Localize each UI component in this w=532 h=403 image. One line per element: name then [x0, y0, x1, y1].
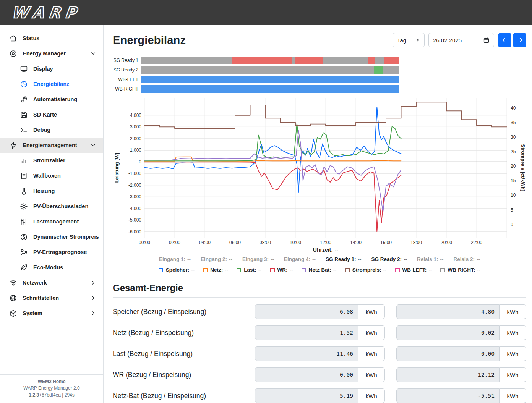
legend-swatch [270, 268, 275, 272]
sidebar-item-energy-manager[interactable]: Energy Manager [0, 46, 103, 61]
energy-total-label: Netz-Bat (Bezug / Einspeisung) [113, 392, 255, 400]
bezug-value-field[interactable]: 5,19 [255, 388, 358, 403]
display-icon [20, 65, 28, 73]
energy-total-row: Netz (Bezug / Einspeisung)1,52kWh-0,02kW… [113, 325, 526, 340]
bezug-value-field[interactable]: 0,00 [255, 367, 358, 382]
legend-item-wb-left: WB-LEFT:-- [395, 267, 432, 273]
bezug-group: 6,08kWh [255, 304, 385, 319]
einspeisung-value-field[interactable]: -4,80 [396, 304, 500, 319]
legend-swatch [203, 268, 208, 272]
svg-text:0: 0 [511, 222, 513, 227]
unit-label: kWh [358, 367, 385, 382]
sidebar-item-dynamischer-strompreis[interactable]: Dynamischer Strompreis [0, 229, 103, 244]
legend-swatch [395, 268, 400, 272]
sidebar-item-schnittstellen[interactable]: Schnittstellen [0, 290, 103, 306]
sidebar-item-label: Lastmanagement [33, 218, 79, 225]
sliders-icon [20, 218, 28, 226]
svg-text:2.000: 2.000 [130, 136, 141, 141]
svg-text:10:00: 10:00 [290, 240, 301, 245]
status-track-row: WB-RIGHT [113, 85, 526, 93]
energy-total-row: Speicher (Bezug / Einspeisung)6,08kWh-4,… [113, 304, 526, 319]
svg-text:3.000: 3.000 [130, 124, 141, 129]
chevron-right-icon [90, 295, 96, 301]
sidebar-item-label: Heizung [33, 188, 55, 194]
save-icon [20, 111, 28, 119]
range-select[interactable]: Tag [393, 33, 425, 47]
legend-item-speicher: Speicher:-- [159, 267, 195, 273]
sidebar-item-automatisierung[interactable]: Automatisierung [0, 92, 103, 107]
status-track-label: SG Ready 2 [113, 67, 141, 73]
arrow-left-icon [501, 37, 508, 44]
status-segment [141, 76, 399, 83]
sidebar-item-label: Automatisierung [33, 96, 77, 102]
sidebar-item-netzwerk[interactable]: Netzwerk [0, 275, 103, 290]
series-last [144, 123, 401, 161]
svg-text:02:00: 02:00 [169, 240, 180, 245]
legend-value: -- [358, 256, 362, 262]
energy-total-row: Last (Bezug / Einspeisung)11,46kWh0,00kW… [113, 346, 526, 361]
status-segment [295, 57, 323, 64]
svg-text:35: 35 [511, 120, 516, 125]
legend-value: -- [271, 256, 274, 262]
sidebar-item-eco-modus[interactable]: Eco-Modus [0, 260, 103, 275]
svg-text:04:00: 04:00 [199, 240, 211, 245]
legend-value: -- [383, 267, 387, 273]
legend-swatch [440, 268, 445, 272]
legend-value: -- [404, 256, 407, 262]
sidebar-item-energiemanagement[interactable]: Energiemanagement [0, 138, 103, 153]
einspeisung-group: -0,02kWh [396, 325, 526, 340]
sidebar-item-lastmanagement[interactable]: Lastmanagement [0, 214, 103, 229]
svg-text:4.000: 4.000 [130, 113, 141, 118]
einspeisung-value-field[interactable]: -12,12 [396, 367, 500, 382]
bezug-value-field[interactable]: 1,52 [255, 325, 358, 340]
date-input[interactable]: 26.02.2025 [428, 33, 494, 47]
legend-value: -- [333, 267, 337, 273]
energy-total-row: WR (Bezug / Einspeisung)0,00kWh-12,12kWh [113, 367, 526, 382]
einspeisung-value-field[interactable]: 0,00 [396, 346, 500, 361]
sidebar-nav: StatusEnergy ManagerDisplayEnergiebilanz… [0, 25, 103, 374]
svg-text:30: 30 [511, 134, 516, 140]
svg-text:-1.000: -1.000 [128, 171, 141, 176]
device-name: WEM2 Home [2, 379, 101, 385]
status-segment [141, 57, 232, 64]
svg-text:0: 0 [139, 159, 141, 165]
legend-label: WB-RIGHT: [448, 267, 475, 273]
svg-text:15: 15 [511, 178, 516, 183]
sidebar-item-sd-karte[interactable]: SD-Karte [0, 107, 103, 122]
chart-canvas[interactable]: 4.0003.0002.0001.0000-1.000-2.000-3.000-… [113, 95, 526, 247]
unit-label: kWh [358, 304, 385, 319]
sidebar-item-display[interactable]: Display [0, 61, 103, 76]
sidebar-item-heizung[interactable]: Heizung [0, 183, 103, 199]
date-value: 26.02.2025 [433, 37, 462, 44]
next-day-button[interactable] [513, 33, 526, 47]
cube-icon [9, 309, 17, 317]
sidebar-item-debug[interactable]: Debug [0, 122, 103, 138]
range-select-value: Tag [397, 37, 406, 44]
energy-total-label: Netz (Bezug / Einspeisung) [113, 329, 255, 337]
sidebar-item-pv-ertragsprognose[interactable]: PV-Ertragsprognose [0, 244, 103, 260]
prev-day-button[interactable] [498, 33, 511, 47]
main-content: Energiebilanz Tag 26.02.2025 SG Ready 1S… [104, 25, 532, 403]
status-segment [375, 57, 384, 64]
sidebar-item-wallboxen[interactable]: Wallboxen [0, 168, 103, 183]
sidebar-item-pv-berschussladen[interactable]: PV-Überschussladen [0, 199, 103, 214]
sidebar-item-system[interactable]: System [0, 306, 103, 321]
unit-label: kWh [500, 388, 526, 403]
svg-text:08:00: 08:00 [260, 240, 271, 245]
svg-text:5: 5 [511, 207, 513, 213]
home-icon [9, 34, 17, 42]
bezug-value-field[interactable]: 11,46 [255, 346, 358, 361]
x-caption-value: -- [335, 247, 338, 253]
legend-item-wr: WR:-- [270, 267, 293, 273]
legend-item-last: Last:-- [237, 267, 261, 273]
bezug-value-field[interactable]: 6,08 [255, 304, 358, 319]
legend-label: WR: [277, 267, 288, 273]
sidebar-item-energiebilanz[interactable]: Energiebilanz [0, 76, 103, 92]
sidebar-item-status[interactable]: Status [0, 31, 103, 46]
legend-item-relais-2: Relais 2:-- [454, 256, 480, 262]
einspeisung-value-field[interactable]: -0,02 [396, 325, 500, 340]
einspeisung-value-field[interactable]: -5,51 [396, 388, 500, 403]
energy-total-label: Speicher (Bezug / Einspeisung) [113, 308, 255, 316]
sidebar-item-stromz-hler[interactable]: Stromzähler [0, 153, 103, 168]
legend-value: -- [229, 256, 232, 262]
